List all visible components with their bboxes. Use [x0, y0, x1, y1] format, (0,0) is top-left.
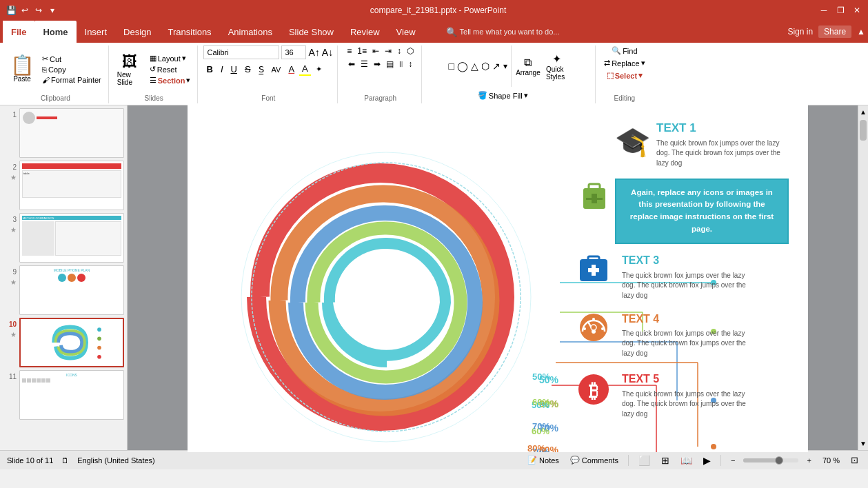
cut-button[interactable]: ✂ Cut: [39, 54, 104, 64]
save-icon[interactable]: 💾: [6, 5, 17, 16]
minimize-icon[interactable]: ─: [818, 5, 829, 16]
pct-60: 60%: [532, 397, 550, 407]
normal-view-button[interactable]: ⬜: [636, 454, 653, 467]
slide-thumb-img-2[interactable]: table: [19, 161, 124, 210]
menu-home[interactable]: Home: [34, 21, 76, 43]
shape-icon-5[interactable]: ↗: [492, 60, 501, 72]
redo-icon[interactable]: ↪: [33, 5, 44, 16]
font-size-input[interactable]: [281, 45, 306, 59]
comments-button[interactable]: 💬 Comments: [567, 454, 621, 466]
shape-icon-2[interactable]: ◯: [456, 60, 469, 72]
shapes-more-icon[interactable]: ▾: [503, 61, 508, 72]
format-painter-button[interactable]: 🖌 Format Painter: [39, 75, 104, 85]
notes-button[interactable]: 📝 Notes: [525, 454, 562, 466]
replace-button[interactable]: ⇄ Replace ▾: [601, 58, 647, 68]
signin-btn[interactable]: Sign in: [787, 27, 813, 37]
bold-button[interactable]: B: [203, 63, 215, 75]
font-name-input[interactable]: [203, 45, 279, 59]
menu-view[interactable]: View: [388, 21, 424, 43]
char-spacing-button[interactable]: AV: [269, 65, 284, 74]
columns-button[interactable]: ⫴: [397, 59, 405, 70]
italic-button[interactable]: I: [218, 63, 226, 75]
slide-thumb-1[interactable]: 1: [3, 108, 124, 158]
decrease-font-icon[interactable]: A↓: [322, 47, 333, 58]
close-icon[interactable]: ✕: [851, 5, 862, 16]
text3-label: TEXT 3: [622, 254, 659, 267]
layout-button[interactable]: ▦ Layout ▾: [147, 53, 194, 63]
quick-styles-button[interactable]: ✦ Quick Styles: [543, 51, 571, 82]
slide-thumb-img-1[interactable]: [19, 108, 124, 158]
arrange-button[interactable]: ⧉ Arrange: [514, 55, 542, 78]
shape-icon-3[interactable]: △: [470, 60, 479, 72]
convert-to-smartart-button[interactable]: ⬡: [405, 45, 416, 57]
paste-button[interactable]: 📋 Paste: [7, 54, 37, 84]
zoom-in-button[interactable]: +: [804, 455, 814, 466]
menu-slideshow[interactable]: Slide Show: [281, 21, 342, 43]
numbering-button[interactable]: 1≡: [355, 45, 369, 57]
underline-button[interactable]: U: [228, 63, 240, 75]
slide-thumb-3[interactable]: 3 ★ METHOD COMPARISON: [3, 213, 124, 263]
clear-format-button[interactable]: ✦: [313, 64, 325, 74]
slide-num-2: 2: [6, 161, 17, 171]
select-button[interactable]: ⬚ Select ▾: [604, 70, 645, 81]
zoom-out-button[interactable]: −: [728, 455, 738, 466]
slides-label: Slides: [114, 93, 194, 102]
text-direction-button[interactable]: ↕: [395, 45, 403, 57]
menu-review[interactable]: Review: [342, 21, 388, 43]
shape-icon-1[interactable]: □: [447, 60, 454, 72]
menu-design[interactable]: Design: [115, 21, 159, 43]
vertical-scrollbar[interactable]: ▲ ▼: [858, 105, 868, 450]
menu-file[interactable]: File: [3, 21, 34, 43]
copy-button[interactable]: ⎘ Copy: [39, 65, 104, 74]
menu-insert[interactable]: Insert: [77, 21, 116, 43]
find-button[interactable]: 🔍 Find: [609, 45, 640, 56]
section-button[interactable]: ☰ Section ▾: [147, 75, 194, 85]
new-slide-button[interactable]: 🖼 New Slide: [114, 52, 145, 88]
slide-thumb-2[interactable]: 2 ★ table: [3, 161, 124, 210]
drawing-group: □ ◯ △ ⬡ ↗ ▾ ⧉ Arrange ✦ Quick Styles: [423, 45, 596, 103]
slide-thumb-11[interactable]: 11 ICONS: [3, 370, 124, 420]
zoom-slider[interactable]: [743, 458, 798, 462]
menu-animations[interactable]: Animations: [220, 21, 281, 43]
pct-70: 70%: [532, 421, 550, 431]
paragraph-content: ≡ 1≡ ⇤ ⇥ ↕ ⬡ ⬅ ☰ ➡ ▤ ⫴ ↕: [343, 45, 417, 93]
shape-icon-4[interactable]: ⬡: [481, 60, 490, 72]
restore-icon[interactable]: ❐: [835, 5, 846, 16]
status-right: 📝 Notes 💬 Comments ⬜ ⊞ 📖 ▶ − + 70 % ⊡: [525, 454, 861, 467]
statusbar: Slide 10 of 11 🗒 English (United States)…: [0, 450, 868, 469]
customize-icon[interactable]: ▾: [47, 5, 58, 16]
increase-indent-button[interactable]: ⇥: [383, 45, 394, 57]
menu-search[interactable]: 🔍 Tell me what you want to do...: [438, 21, 568, 43]
strikethrough-button[interactable]: S: [242, 63, 254, 75]
comments-icon: 💬: [570, 456, 580, 465]
bullets-button[interactable]: ≡: [345, 45, 354, 57]
align-left-button[interactable]: ⬅: [346, 59, 357, 70]
justify-button[interactable]: ▤: [384, 59, 396, 70]
fit-window-button[interactable]: ⊡: [848, 454, 861, 467]
shadow-button[interactable]: S̲: [256, 63, 267, 75]
slideshow-button[interactable]: ▶: [700, 454, 714, 467]
svg-point-42: [583, 327, 586, 330]
slide-thumb-10[interactable]: 10 ★: [3, 318, 124, 367]
slide-thumb-4[interactable]: 9 ★ MOBILE PHONE PLAN: [3, 265, 124, 315]
slide-thumb-img-4[interactable]: MOBILE PHONE PLAN: [19, 265, 124, 315]
slide-thumb-img-3[interactable]: METHOD COMPARISON: [19, 213, 124, 263]
slide-sorter-button[interactable]: ⊞: [658, 454, 672, 467]
menu-transitions[interactable]: Transitions: [160, 21, 220, 43]
line-spacing-button[interactable]: ↕: [406, 59, 414, 70]
share-btn[interactable]: Share: [818, 26, 851, 38]
decrease-indent-button[interactable]: ⇤: [370, 45, 381, 57]
text-highlight-button[interactable]: A: [299, 63, 311, 76]
ribbon-collapse-icon[interactable]: ▲: [857, 27, 865, 37]
reset-button[interactable]: ↺ Reset: [147, 64, 194, 74]
undo-icon[interactable]: ↩: [19, 5, 30, 16]
shape-fill-button[interactable]: 🪣 Shape Fill ▾: [475, 90, 544, 101]
increase-font-icon[interactable]: A↑: [308, 47, 319, 58]
align-right-button[interactable]: ➡: [372, 59, 383, 70]
font-color-button[interactable]: A: [285, 63, 297, 75]
center-button[interactable]: ☰: [359, 59, 370, 70]
zoom-level[interactable]: 70 %: [820, 455, 842, 466]
slide-thumb-img-10[interactable]: [19, 318, 124, 367]
reading-view-button[interactable]: 📖: [678, 454, 695, 467]
slide-thumb-img-11[interactable]: ICONS: [19, 370, 124, 420]
